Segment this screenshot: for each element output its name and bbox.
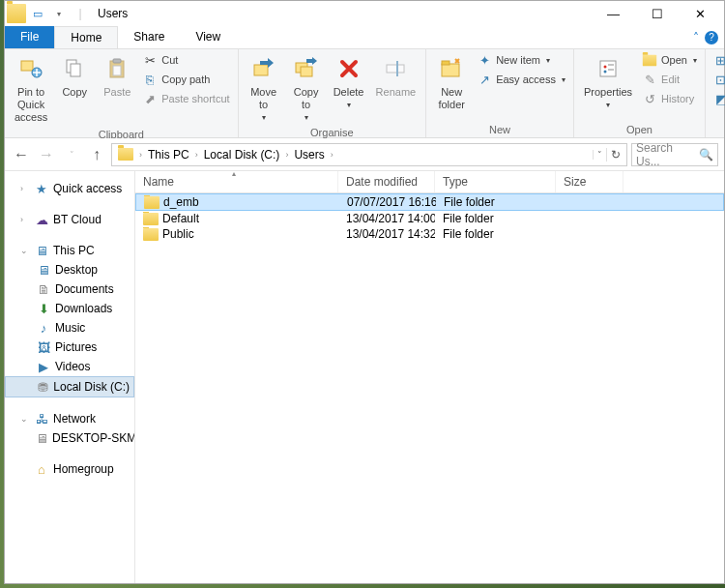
address-dropdown-icon[interactable]: ˅: [593, 150, 606, 160]
file-row[interactable]: Default13/04/2017 14:00File folder: [135, 211, 724, 226]
up-button[interactable]: ↑: [86, 144, 107, 165]
close-button[interactable]: ✕: [679, 1, 722, 26]
svg-rect-9: [301, 67, 312, 76]
nav-network[interactable]: ⌄🖧Network: [5, 409, 134, 428]
folder-icon: [7, 4, 26, 23]
search-icon: 🔍: [699, 148, 713, 162]
open-button[interactable]: Open▾: [640, 51, 699, 69]
pin-to-quick-access-button[interactable]: Pin to Quick access: [11, 51, 51, 127]
downloads-icon: ⬇: [36, 301, 51, 316]
history-button[interactable]: ↺History: [640, 90, 699, 107]
ribbon-group-organise: Move to▾ Copy to▾ Delete▾ Rename Organis…: [239, 49, 427, 137]
col-type[interactable]: Type: [435, 171, 556, 192]
ribbon-group-new: New folder ✦New item▾ ↗Easy access▾ New: [426, 49, 574, 137]
forward-button[interactable]: →: [36, 144, 57, 165]
copy-button[interactable]: Copy: [55, 51, 94, 101]
properties-icon: [593, 53, 624, 84]
nav-documents[interactable]: 🗎Documents: [5, 279, 134, 299]
star-icon: ★: [34, 181, 49, 196]
copy-to-button[interactable]: Copy to▾: [287, 51, 326, 125]
invert-selection-button[interactable]: ◩Invert selection: [711, 90, 725, 107]
column-headers: ▴ Name Date modified Type Size: [135, 171, 724, 193]
folder-icon: [143, 228, 159, 241]
crumb-this-pc[interactable]: This PC: [144, 148, 193, 162]
back-button[interactable]: ←: [11, 144, 32, 165]
maximize-button[interactable]: ☐: [635, 1, 679, 26]
nav-desktop[interactable]: 🖥Desktop: [5, 260, 134, 279]
ribbon-group-clipboard: Pin to Quick access Copy Paste ✂Cut ⎘Cop…: [5, 49, 239, 137]
open-icon: [642, 52, 657, 68]
nav-videos[interactable]: ▶Videos: [5, 357, 134, 376]
tab-view[interactable]: View: [180, 26, 236, 48]
cut-button[interactable]: ✂Cut: [140, 51, 231, 69]
file-date: 13/04/2017 14:32: [338, 227, 435, 241]
nav-this-pc[interactable]: ⌄🖥This PC: [5, 241, 134, 260]
search-input[interactable]: Search Us... 🔍: [631, 143, 718, 166]
ribbon-collapse-icon[interactable]: ˄: [693, 31, 699, 44]
svg-rect-3: [71, 64, 80, 76]
documents-icon: 🗎: [36, 281, 51, 297]
navigation-bar: ← → ˅ ↑ › This PC › Local Disk (C:) › Us…: [5, 138, 724, 171]
rename-icon: [380, 53, 411, 84]
new-folder-button[interactable]: New folder: [432, 51, 471, 113]
properties-button[interactable]: Properties▾: [580, 51, 636, 112]
svg-point-15: [603, 71, 606, 74]
nav-local-disk[interactable]: ⛃Local Disk (C:): [5, 376, 134, 397]
recent-dropdown[interactable]: ˅: [61, 144, 82, 165]
chevron-right-icon[interactable]: ›: [137, 150, 144, 160]
new-item-icon: ✦: [477, 52, 492, 68]
paste-button[interactable]: Paste: [98, 51, 136, 101]
desktop-icon: 🖥: [36, 262, 51, 278]
paste-shortcut-button[interactable]: ⬈Paste shortcut: [140, 90, 231, 107]
svg-point-14: [603, 66, 606, 69]
nav-bt-cloud[interactable]: ›☁BT Cloud: [5, 210, 134, 229]
tab-share[interactable]: Share: [118, 26, 180, 48]
nav-music[interactable]: ♪Music: [5, 318, 134, 338]
move-icon: [248, 53, 279, 84]
nav-pictures[interactable]: 🖼Pictures: [5, 338, 134, 357]
edit-button[interactable]: ✎Edit: [640, 71, 699, 88]
file-date: 13/04/2017 14:00: [338, 212, 435, 225]
file-row[interactable]: d_emb07/07/2017 16:16File folder: [135, 193, 724, 211]
chevron-right-icon[interactable]: ›: [283, 150, 290, 160]
minimize-button[interactable]: —: [592, 1, 635, 26]
tab-file[interactable]: File: [5, 26, 54, 48]
rename-button[interactable]: Rename: [372, 51, 420, 101]
disk-icon: ⛃: [36, 379, 49, 395]
file-row[interactable]: Public13/04/2017 14:32File folder: [135, 226, 724, 242]
nav-downloads[interactable]: ⬇Downloads: [5, 299, 134, 318]
copy-path-button[interactable]: ⎘Copy path: [140, 71, 231, 88]
svg-rect-7: [254, 65, 268, 75]
select-all-button[interactable]: ⊞Select all: [711, 51, 725, 69]
nav-homegroup[interactable]: ⌂Homegroup: [5, 459, 134, 479]
chevron-right-icon[interactable]: ›: [329, 150, 335, 160]
folder-icon: [143, 213, 159, 225]
new-item-button[interactable]: ✦New item▾: [475, 51, 567, 69]
qat-dropdown-icon[interactable]: ▾: [49, 4, 69, 23]
crumb-users[interactable]: Users: [290, 148, 328, 162]
crumb-root-icon[interactable]: [114, 148, 137, 161]
file-list: ▴ Name Date modified Type Size d_emb07/0…: [135, 171, 724, 583]
col-name[interactable]: Name: [135, 171, 338, 192]
nav-quick-access[interactable]: ›★Quick access: [5, 179, 134, 198]
nav-desktop-skm[interactable]: 🖥DESKTOP-SKM20LT: [5, 428, 134, 448]
refresh-icon[interactable]: ↻: [606, 148, 624, 162]
help-icon[interactable]: ?: [705, 31, 718, 44]
group-label-select: Select: [711, 122, 725, 137]
delete-button[interactable]: Delete▾: [330, 51, 368, 112]
group-label-new: New: [432, 122, 567, 137]
chevron-right-icon[interactable]: ›: [193, 150, 200, 160]
easy-access-button[interactable]: ↗Easy access▾: [475, 71, 567, 88]
col-date[interactable]: Date modified: [338, 171, 435, 192]
tab-home[interactable]: Home: [54, 26, 118, 48]
properties-qat-icon[interactable]: ▭: [28, 4, 47, 23]
network-icon: 🖧: [34, 411, 49, 426]
svg-rect-10: [387, 65, 404, 73]
move-to-button[interactable]: Move to▾: [245, 51, 283, 125]
ribbon-group-select: ⊞Select all ⊡Select none ◩Invert selecti…: [706, 49, 725, 137]
col-size[interactable]: Size: [556, 171, 624, 192]
select-none-button[interactable]: ⊡Select none: [711, 71, 725, 88]
window-title: Users: [98, 7, 128, 20]
crumb-local-disk[interactable]: Local Disk (C:): [200, 148, 284, 162]
address-bar[interactable]: › This PC › Local Disk (C:) › Users › ˅ …: [111, 143, 627, 166]
